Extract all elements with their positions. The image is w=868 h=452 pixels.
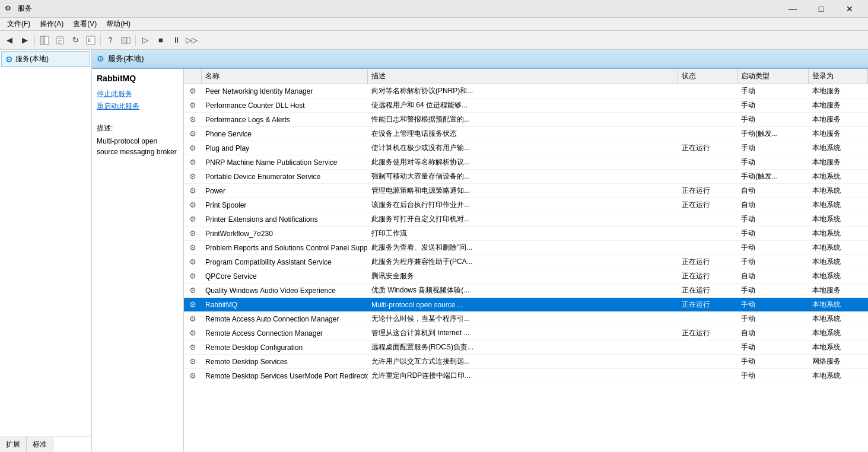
stop-service-button[interactable]: ■ [154,33,168,47]
service-row[interactable]: ⚙Performance Counter DLL Host使远程用户和 64 位… [184,98,868,113]
service-row[interactable]: ⚙Remote Desktop Services允许用户以交互方式连接到远...… [184,355,868,369]
col-startup[interactable]: 启动类型 [737,69,809,84]
service-desc-cell: 向对等名称解析协议(PNRP)和... [368,84,678,98]
service-row[interactable]: ⚙Performance Logs & Alerts性能日志和警报根据预配置的.… [184,113,868,127]
detail-pane: RabbitMQ 停止此服务 重启动此服务 描述: Multi-protocol… [92,69,184,452]
service-desc-cell: Multi-protocol open source ... [368,298,678,311]
service-row[interactable]: ⚙PrintWorkflow_7e230打印工作流手动本地系统 [184,227,868,241]
sidebar: ⚙ 服务(本地) 扩展 标准 [0,50,92,452]
service-row[interactable]: ⚙Quality Windows Audio Video Experience优… [184,284,868,298]
col-name[interactable]: 名称 [202,69,368,84]
service-row[interactable]: ⚙Power管理电源策略和电源策略通知...正在运行自动本地系统 [184,184,868,198]
service-name-cell: Printer Extensions and Notifications [202,212,368,226]
gear-icon: ⚙ [189,286,196,295]
service-icon-cell: ⚙ [184,127,202,141]
service-row[interactable]: ⚙Remote Desktop Services UserMode Port R… [184,369,868,383]
service-status-cell [678,113,737,126]
service-icon-cell: ⚙ [184,355,202,368]
service-status-cell: 正在运行 [678,198,737,212]
restart-service-link[interactable]: 重启动此服务 [97,101,179,112]
stop-service-link[interactable]: 停止此服务 [97,89,179,99]
service-desc-cell: 使计算机在极少或没有用户输... [368,141,678,155]
service-row[interactable]: ⚙Program Compatibility Assistant Service… [184,255,868,269]
service-startup-cell: 手动 [737,340,809,354]
close-button[interactable]: ✕ [836,0,863,18]
service-login-cell: 本地系统 [809,312,868,326]
toolbar: ◀ ▶ ↻ E ? ▷ ■ ⏸ ▷▷ [0,31,868,50]
svg-rect-9 [127,37,130,43]
service-row[interactable]: ⚙Portable Device Enumerator Service强制可移动… [184,170,868,184]
menu-help[interactable]: 帮助(H) [101,18,135,30]
services-list[interactable]: 名称 描述 状态 启动类型 登录为 ⚙Peer Networking Ident… [184,69,868,452]
service-icon-cell: ⚙ [184,312,202,326]
sidebar-item-local-services[interactable]: ⚙ 服务(本地) [1,51,90,67]
forward-button[interactable]: ▶ [18,33,32,47]
service-row[interactable]: ⚙Print Spooler该服务在后台执行打印作业并...正在运行自动本地系统 [184,198,868,212]
service-startup-cell: 自动 [737,198,809,212]
service-desc-cell: 此服务使用对等名称解析协议... [368,155,678,169]
refresh-button[interactable]: ↻ [68,33,82,47]
service-name-cell: Print Spooler [202,198,368,212]
service-startup-cell: 手动 [737,227,809,240]
service-row[interactable]: ⚙QPCore Service腾讯安全服务正在运行自动本地系统 [184,269,868,284]
col-desc[interactable]: 描述 [368,69,678,84]
service-login-cell: 本地服务 [809,113,868,126]
col-login[interactable]: 登录为 [809,69,868,84]
start-service-button[interactable]: ▷ [138,33,152,47]
service-row[interactable]: ⚙PNRP Machine Name Publication Service此服… [184,155,868,170]
minimize-button[interactable]: — [779,0,806,18]
gear-icon: ⚙ [189,329,196,338]
svg-text:E: E [88,37,91,43]
service-name-cell: Peer Networking Identity Manager [202,84,368,98]
maximize-button[interactable]: □ [807,0,835,18]
export-button[interactable]: E [84,33,98,47]
col-icon[interactable] [184,69,202,84]
service-login-cell: 本地系统 [809,369,868,383]
show-hide-button[interactable] [37,33,52,47]
service-desc-cell: 优质 Windows 音频视频体验(... [368,284,678,297]
service-name-cell: Performance Logs & Alerts [202,113,368,126]
service-icon-cell: ⚙ [184,184,202,198]
service-status-cell [678,212,737,226]
service-login-cell: 本地服务 [809,84,868,98]
service-row[interactable]: ⚙Phone Service在设备上管理电话服务状态手动(触发...本地服务 [184,127,868,141]
gear-icon: ⚙ [189,129,196,138]
service-name-cell: Plug and Play [202,141,368,155]
service-row[interactable]: ⚙Remote Access Connection Manager管理从这台计算… [184,326,868,340]
service-name-cell: Remote Desktop Configuration [202,340,368,354]
back-button[interactable]: ◀ [2,33,17,47]
service-login-cell: 本地系统 [809,298,868,311]
service-startup-cell: 手动 [737,355,809,368]
service-login-cell: 本地系统 [809,184,868,198]
service-row[interactable]: ⚙RabbitMQMulti-protocol open source ...正… [184,298,868,312]
menu-view[interactable]: 查看(V) [68,18,101,30]
col-status[interactable]: 状态 [678,69,737,84]
help-button[interactable]: ? [103,33,117,47]
content-area: RabbitMQ 停止此服务 重启动此服务 描述: Multi-protocol… [92,69,868,452]
service-desc-cell: 管理从这台计算机到 Internet ... [368,326,678,340]
gear-icon: ⚙ [189,158,196,167]
menu-action[interactable]: 操作(A) [35,18,68,30]
services-container: ⚙Peer Networking Identity Manager向对等名称解析… [184,84,868,383]
view-button[interactable] [119,33,133,47]
service-row[interactable]: ⚙Remote Desktop Configuration远程桌面配置服务(RD… [184,340,868,355]
properties-button[interactable] [53,33,67,47]
tab-standard[interactable]: 标准 [27,437,53,452]
toolbar-sep-2 [100,34,101,46]
service-status-cell: 正在运行 [678,298,737,311]
tab-extend[interactable]: 扩展 [0,437,27,452]
service-login-cell: 本地系统 [809,227,868,240]
service-row[interactable]: ⚙Plug and Play使计算机在极少或没有用户输...正在运行手动本地系统 [184,141,868,155]
service-row[interactable]: ⚙Printer Extensions and Notifications此服务… [184,212,868,227]
service-row[interactable]: ⚙Problem Reports and Solutions Control P… [184,241,868,255]
service-row[interactable]: ⚙Remote Access Auto Connection Manager无论… [184,312,868,326]
pause-service-button[interactable]: ⏸ [169,33,183,47]
resume-service-button[interactable]: ▷▷ [185,33,199,47]
service-icon-cell: ⚙ [184,98,202,112]
main-content: ⚙ 服务(本地) 扩展 标准 ⚙ 服务(本地) RabbitMQ 停止此服务 重… [0,50,868,452]
menu-file[interactable]: 文件(F) [2,18,35,30]
service-row[interactable]: ⚙Peer Networking Identity Manager向对等名称解析… [184,84,868,98]
service-startup-cell: 手动 [737,141,809,155]
svg-rect-1 [44,36,49,44]
service-desc-cell: 允许用户以交互方式连接到远... [368,355,678,368]
